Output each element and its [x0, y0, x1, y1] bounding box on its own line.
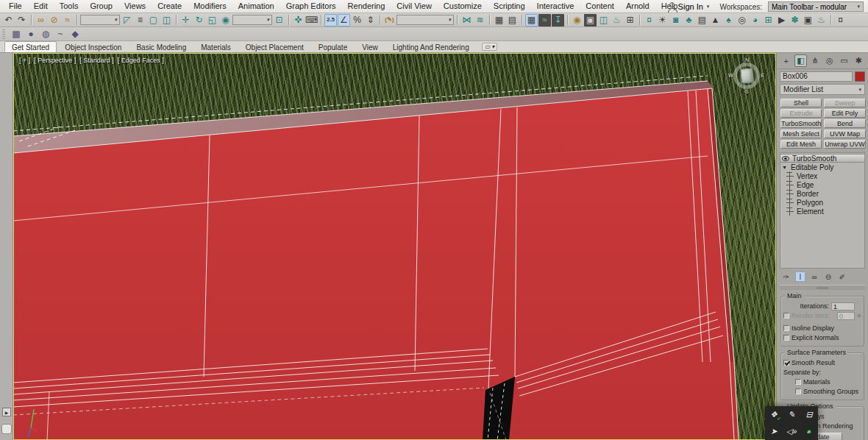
mountain-icon[interactable]: ▲	[709, 14, 722, 26]
tab-lighting-and-rendering[interactable]: Lighting And Rendering	[386, 42, 476, 52]
pen-input-icon[interactable]: ✎	[788, 411, 794, 419]
toolbar-handle[interactable]	[2, 29, 5, 39]
plus-window-icon[interactable]: ⊞	[762, 14, 775, 26]
visibility-eye-icon[interactable]	[782, 156, 789, 161]
camera-icon[interactable]: ◙	[669, 14, 682, 26]
redo-icon[interactable]: ↷	[15, 14, 28, 26]
grid-icon[interactable]: ▦	[10, 28, 22, 40]
display-tab[interactable]: ▭	[838, 54, 850, 67]
isoline-checkbox[interactable]	[783, 325, 789, 331]
cylinder-primitive-icon[interactable]: ◍	[40, 28, 51, 40]
tab-materials[interactable]: Materials	[194, 42, 238, 52]
perspective-viewport[interactable]: [ + ] [ Perspective ] [ Standard ] [ Edg…	[13, 53, 776, 440]
workspace-dropdown[interactable]: Main Toolbar - modular ▾	[768, 1, 864, 12]
window-crossing-icon[interactable]: ◫	[160, 14, 173, 26]
ring-icon[interactable]: ◎	[736, 14, 748, 26]
menu-graph-editors[interactable]: Graph Editors	[280, 0, 342, 13]
iterations-input[interactable]: 1	[831, 302, 855, 311]
menu-group[interactable]: Group	[84, 0, 118, 13]
motion-tab[interactable]: ◎	[823, 54, 836, 67]
modifier-button-shell[interactable]: Shell	[780, 99, 822, 107]
menu-arnold[interactable]: Arnold	[620, 0, 655, 13]
stack-subobject-border[interactable]: Border	[780, 189, 864, 198]
modify-tab[interactable]: ◧	[794, 54, 807, 67]
sphere-icon[interactable]: ◕	[749, 14, 761, 26]
gears-icon[interactable]: ✽	[789, 14, 801, 26]
share-arrow-icon[interactable]: ➤	[770, 427, 777, 436]
select-and-place-icon[interactable]: ◉	[219, 14, 232, 26]
modifier-button-unwrap-uvw[interactable]: Unwrap UVW	[824, 140, 866, 149]
stack-subobject-polygon[interactable]: Polygon	[780, 198, 864, 207]
materials-checkbox[interactable]	[795, 379, 801, 385]
tab-populate[interactable]: Populate	[312, 42, 354, 52]
menu-views[interactable]: Views	[118, 0, 152, 13]
compass-east[interactable]: E	[761, 73, 764, 78]
stack-subobject-vertex[interactable]: Vertex	[780, 171, 864, 180]
menu-content[interactable]: Content	[580, 0, 620, 13]
teapot-icon[interactable]: ♨	[815, 14, 828, 26]
list-view-icon[interactable]: ▤	[696, 14, 708, 26]
menu-edit[interactable]: Edit	[28, 0, 54, 13]
viewport-canvas[interactable]	[13, 53, 776, 440]
remove-modifier-icon[interactable]: ⊖	[823, 272, 833, 282]
menu-tools[interactable]: Tools	[54, 0, 85, 13]
tab-view[interactable]: View	[355, 42, 385, 52]
mirror-icon[interactable]: ⋈	[460, 14, 473, 26]
tab-basic-modeling[interactable]: Basic Modeling	[129, 42, 193, 52]
rollout-divider[interactable]	[780, 285, 865, 290]
compass-south[interactable]: S	[745, 89, 749, 94]
show-end-result-icon[interactable]: I	[795, 272, 805, 282]
menu-civil-view[interactable]: Civil View	[391, 0, 437, 13]
select-and-move-icon[interactable]: ✛	[179, 14, 192, 26]
modifier-button-sweep[interactable]: Sweep	[824, 99, 866, 107]
smoothing-groups-checkbox[interactable]	[795, 388, 801, 394]
modifier-stack[interactable]: TurboSmooth ▼ Editable Poly Vertex Edge	[780, 152, 865, 269]
pin-stack-icon[interactable]: ✑	[781, 272, 791, 282]
layer-explorer-icon[interactable]: ▤	[506, 14, 519, 26]
select-object-icon[interactable]: ◸	[121, 14, 133, 26]
chevron-expand-icon[interactable]: ▼	[782, 165, 788, 170]
dock-button[interactable]	[1, 424, 12, 434]
quick-render-icon[interactable]: ⊞	[624, 14, 636, 26]
menu-modifiers[interactable]: Modifiers	[188, 0, 232, 13]
modifier-list-dropdown[interactable]: Modifier List ▾	[780, 84, 865, 95]
compass-north[interactable]: N	[745, 57, 749, 63]
modifier-button-mesh-select[interactable]: Mesh Select	[780, 129, 822, 138]
sphere-primitive-icon[interactable]: ●	[25, 28, 37, 40]
scene-explorer-icon[interactable]: ▦	[493, 14, 505, 26]
render-iters-spinner[interactable]	[857, 311, 861, 320]
select-and-scale-icon[interactable]: ◱	[206, 14, 218, 26]
object-name-field[interactable]: Box006	[780, 71, 853, 82]
expand-panel-button[interactable]: ▶	[2, 408, 11, 416]
spinner-down-icon[interactable]	[857, 316, 861, 320]
select-and-manipulate-icon[interactable]: ✜	[292, 14, 305, 26]
render-iters-checkbox[interactable]	[783, 313, 789, 319]
use-pivot-center-icon[interactable]: ⊡	[273, 14, 285, 26]
plant-icon[interactable]: ♠	[722, 14, 735, 26]
menu-animation[interactable]: Animation	[232, 0, 280, 13]
rendered-frame-icon[interactable]: ◫	[597, 14, 610, 26]
select-by-name-icon[interactable]: ≡	[134, 14, 146, 26]
window-icon[interactable]: ▣	[802, 14, 814, 26]
bulb-gear-icon[interactable]: ¤	[834, 14, 847, 26]
modifier-button-edit-poly[interactable]: Edit Poly	[824, 109, 866, 118]
configure-modifier-sets-icon[interactable]: ✐	[837, 272, 847, 282]
stack-subobject-edge[interactable]: Edge	[780, 180, 864, 189]
undo-icon[interactable]: ↶	[2, 14, 15, 26]
viewport-menu-pov[interactable]: [ Perspective ]	[34, 57, 76, 64]
spline-icon[interactable]: ~	[54, 28, 66, 40]
modifier-button-extrude[interactable]: Extrude	[780, 109, 822, 118]
iterations-spinner[interactable]	[857, 302, 861, 311]
stack-item-turbosmooth[interactable]: TurboSmooth	[780, 154, 864, 163]
curve-editor-icon[interactable]: ≈	[538, 14, 551, 26]
sign-in-button[interactable]: Sign In ▾	[665, 2, 714, 11]
selection-filter-dropdown[interactable]: ▾	[80, 15, 120, 25]
stack-item-editable-poly[interactable]: ▼ Editable Poly	[780, 163, 864, 171]
modifier-button-turbosmooth[interactable]: TurboSmooth	[780, 119, 822, 128]
tab-object-inspection[interactable]: Object Inspection	[58, 42, 128, 52]
unlink-selection-icon[interactable]: ⊘	[48, 14, 60, 26]
reference-coordinate-dropdown[interactable]: ▾	[232, 15, 272, 25]
edit-named-sets-icon[interactable]: {✎}	[383, 14, 396, 26]
tab-object-placement[interactable]: Object Placement	[239, 42, 310, 52]
render-icon[interactable]: ♨	[611, 14, 623, 26]
